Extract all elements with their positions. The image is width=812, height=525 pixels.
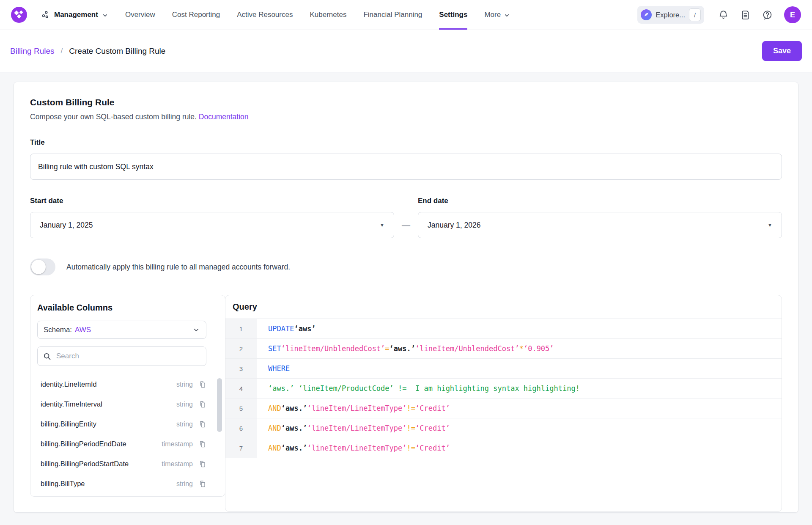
nav-item-more[interactable]: More (484, 0, 510, 30)
chevron-down-icon (102, 12, 108, 19)
sql-editor[interactable]: 1UPDATE ‘aws’2SET ‘lineItem/UnblendedCos… (225, 319, 782, 458)
column-type: timestamp (162, 460, 193, 468)
start-date-select[interactable]: January 1, 2025 ▼ (30, 212, 394, 238)
nav-item-cost-reporting[interactable]: Cost Reporting (172, 0, 220, 30)
schema-select-value: Schema:AWS (44, 326, 91, 334)
end-date-label: End date (418, 197, 782, 205)
save-button[interactable]: Save (762, 41, 802, 61)
search-icon (43, 352, 51, 360)
schema-select[interactable]: Schema:AWS (37, 321, 206, 339)
nav-item-active-resources[interactable]: Active Resources (237, 0, 293, 30)
nav-item-settings[interactable]: Settings (439, 0, 467, 30)
workspace-switcher[interactable]: Management (41, 11, 108, 19)
nav-left: Management OverviewCost ReportingActive … (11, 0, 510, 30)
line-number: 4 (225, 379, 257, 398)
copy-column-button[interactable] (198, 460, 206, 468)
available-columns-panel: Available Columns Schema:AWS identity.Li… (30, 295, 225, 497)
column-item[interactable]: billing.BillingPeriodEndDatetimestamp (37, 434, 206, 454)
user-avatar[interactable]: E (784, 6, 801, 23)
card-title: Custom Billing Rule (30, 97, 782, 107)
column-item[interactable]: identity.TimeIntervalstring (37, 394, 206, 414)
copy-column-button[interactable] (198, 380, 206, 388)
query-line[interactable]: 5AND ‘aws.’ ‘lineItem/LineItemType’ != ‘… (225, 399, 782, 418)
column-name: billing.BillType (41, 480, 85, 488)
nav-item-label: Financial Planning (363, 11, 422, 19)
breadcrumb: Billing Rules / Create Custom Billing Ru… (10, 47, 165, 56)
column-name: billing.BillingPeriodEndDate (41, 440, 126, 448)
query-line[interactable]: 4‘aws.’ ‘lineItem/ProductCode’ != I am h… (225, 379, 782, 399)
date-range-row: Start date January 1, 2025 ▼ — End date … (30, 180, 782, 238)
auto-apply-row: Automatically apply this billing rule to… (30, 258, 782, 275)
query-line[interactable]: 6AND ‘aws.’ ‘lineItem/LineItemType’ != ‘… (225, 418, 782, 438)
sql-token-op: = (385, 344, 389, 353)
nav-item-kubernetes[interactable]: Kubernetes (310, 0, 346, 30)
column-type: string (176, 381, 193, 388)
query-line[interactable]: 1UPDATE ‘aws’ (225, 319, 782, 339)
start-date-column: Start date January 1, 2025 ▼ (30, 180, 394, 238)
compass-icon (641, 9, 652, 20)
end-date-select[interactable]: January 1, 2026 ▼ (418, 212, 782, 238)
toggle-knob (31, 260, 46, 274)
code-line: ‘aws.’ ‘lineItem/ProductCode’ != I am hi… (257, 379, 782, 398)
explore-button[interactable]: Explore... / (637, 6, 704, 24)
query-panel-heading: Query (225, 295, 782, 319)
search-input[interactable] (55, 352, 200, 361)
copy-column-button[interactable] (198, 440, 206, 448)
sql-token-str: ‘lineItem/UnblendedCost’ (281, 344, 385, 353)
breadcrumb-separator: / (61, 47, 63, 55)
sql-token-id: ‘aws.’ (281, 404, 307, 412)
top-navigation: Management OverviewCost ReportingActive … (0, 0, 812, 30)
app-logo[interactable] (11, 7, 27, 23)
column-type: string (176, 401, 193, 408)
copy-column-button[interactable] (198, 420, 206, 428)
help-button[interactable] (762, 10, 773, 20)
main-content: Custom Billing Rule Compose your own SQL… (0, 72, 812, 513)
scrollbar-thumb[interactable] (217, 378, 222, 432)
line-number: 2 (225, 339, 257, 358)
auto-apply-toggle[interactable] (30, 258, 55, 275)
sql-token-str: ‘Credit’ (415, 424, 450, 432)
sql-token-green: ‘aws.’ ‘lineItem/ProductCode’ != I am hi… (268, 384, 580, 393)
sql-token-str: ‘lineItem/UnblendedCost’ (415, 344, 519, 353)
dropdown-triangle-icon: ▼ (380, 223, 384, 228)
help-icon (762, 10, 773, 20)
nav-item-financial-planning[interactable]: Financial Planning (363, 0, 422, 30)
sql-token-str: ‘0.905’ (524, 344, 554, 353)
query-line[interactable]: 3WHERE (225, 359, 782, 379)
nav-item-overview[interactable]: Overview (125, 0, 155, 30)
code-line: SET ‘lineItem/UnblendedCost’ = ‘aws.’ ‘l… (257, 339, 782, 358)
column-meta: timestamp (162, 440, 206, 448)
end-date-column: End date January 1, 2026 ▼ (418, 180, 782, 238)
sql-token-str: ‘lineItem/LineItemType’ (307, 424, 406, 432)
column-item[interactable]: billing.BillingPeriodStartDatetimestamp (37, 454, 206, 474)
line-number: 5 (225, 399, 257, 418)
builder-panels: Available Columns Schema:AWS identity.Li… (30, 295, 782, 512)
changelog-button[interactable] (740, 10, 751, 20)
card-description: Compose your own SQL-based custom billin… (30, 113, 782, 121)
sql-token-id: ‘aws.’ (281, 444, 307, 452)
copy-column-button[interactable] (198, 400, 206, 408)
auto-apply-label: Automatically apply this billing rule to… (66, 263, 290, 272)
sql-token-kw: WHERE (268, 364, 290, 373)
copy-column-button[interactable] (198, 480, 206, 488)
chevron-down-icon (504, 12, 510, 19)
notifications-button[interactable] (718, 10, 729, 20)
column-meta: string (176, 420, 206, 428)
column-item[interactable]: billing.BillTypestring (37, 474, 206, 494)
title-label: Title (30, 138, 782, 147)
documentation-link[interactable]: Documentation (199, 113, 249, 121)
query-line[interactable]: 7AND ‘aws.’ ‘lineItem/LineItemType’ != ‘… (225, 438, 782, 458)
nav-right: Explore... / E (637, 0, 801, 30)
column-item[interactable]: billing.BillingEntitystring (37, 414, 206, 434)
description-text: Compose your own SQL-based custom billin… (30, 113, 197, 121)
custom-billing-rule-card: Custom Billing Rule Compose your own SQL… (14, 82, 798, 513)
line-number: 1 (225, 319, 257, 338)
sql-token-op: AND (268, 424, 281, 432)
column-item[interactable]: identity.LineItemIdstring (37, 374, 206, 394)
document-icon (740, 10, 751, 20)
title-input[interactable] (30, 154, 782, 180)
sql-token-id: ‘aws’ (294, 324, 315, 333)
breadcrumb-link-billing-rules[interactable]: Billing Rules (10, 47, 55, 56)
query-line[interactable]: 2SET ‘lineItem/UnblendedCost’ = ‘aws.’ ‘… (225, 339, 782, 359)
column-name: identity.LineItemId (41, 380, 97, 388)
